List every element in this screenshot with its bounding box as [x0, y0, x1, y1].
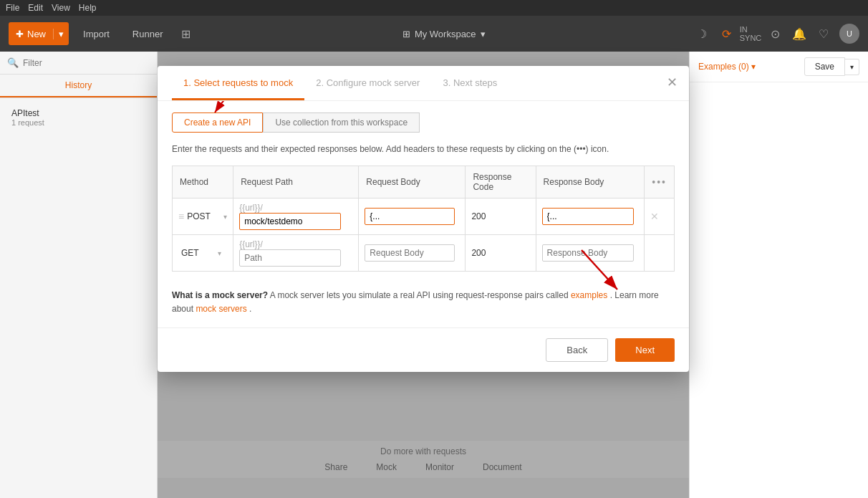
modal-close-button[interactable]: ✕ [667, 76, 677, 89]
sidebar-toggle-icon[interactable]: ⊞ [178, 25, 195, 42]
new-button[interactable]: ✚ New ▾ [9, 22, 69, 45]
info-text-3: . [249, 304, 251, 314]
request-body-input-2[interactable] [365, 244, 454, 262]
menu-bar: File Edit View Help [0, 0, 868, 16]
sidebar-search-area: 🔍 [0, 52, 157, 75]
examples-link[interactable]: examples [571, 290, 607, 300]
modal-step-1[interactable]: 1. Select requests to mock [172, 77, 304, 100]
toolbar-icons: ☽ ⟳ IN SYNC ⊙ 🔔 ♡ U [693, 24, 859, 44]
new-button-main[interactable]: ✚ New [9, 29, 54, 39]
modal-footer: Back Next [158, 327, 689, 372]
main-layout: 🔍 History APItest 1 request 1. Select re… [0, 52, 868, 498]
workspace-button[interactable]: ⊞ My Workspace ▾ [394, 22, 494, 45]
modal-overlay: 1. Select requests to mock 2. Configure … [158, 52, 689, 498]
row2-method-cell: GET POST PUT DELETE ▾ [173, 235, 233, 272]
mock-servers-link[interactable]: mock servers [196, 304, 246, 314]
sync-icon[interactable]: ⟳ [718, 25, 735, 42]
save-main-button[interactable]: Save [804, 57, 845, 76]
sidebar-item-title: APItest [11, 108, 145, 118]
method-select-2[interactable]: GET POST PUT DELETE [181, 248, 215, 258]
sidebar-content: APItest 1 request [0, 98, 157, 498]
col-response-code: Response Code [466, 166, 536, 198]
sidebar-item-subtitle: 1 request [11, 118, 145, 127]
right-panel: Examples (0) ▾ Save ▾ [689, 52, 868, 498]
next-button[interactable]: Next [615, 338, 675, 362]
create-api-tab[interactable]: Create a new API [172, 112, 263, 133]
response-body-input-1[interactable] [542, 208, 634, 225]
row1-delete-cell: ✕ [645, 198, 675, 235]
response-body-input-2[interactable] [542, 244, 634, 262]
sidebar-tabs: History [0, 75, 157, 98]
back-button[interactable]: Back [546, 338, 608, 362]
sidebar-tab-history[interactable]: History [0, 75, 157, 97]
filter-input[interactable] [23, 58, 150, 68]
url-prefix: {{url}}/ [239, 203, 263, 213]
chevron-down-icon: ▾ [481, 29, 486, 39]
more-options-header[interactable]: ••• [652, 176, 667, 188]
save-dropdown-button[interactable]: ▾ [845, 59, 859, 75]
col-request-body: Request Body [359, 166, 466, 198]
grid-icon: ⊞ [402, 29, 410, 39]
modal-step-3[interactable]: 3. Next steps [431, 77, 508, 100]
settings-icon[interactable]: 🔔 [791, 25, 808, 42]
response-code-2: 200 [471, 248, 486, 258]
drag-handle[interactable]: ≡ [178, 211, 184, 222]
menu-help[interactable]: Help [79, 3, 97, 13]
row2-body-cell [359, 235, 466, 272]
url-prefix-2: {{url}}/ [239, 239, 263, 249]
col-response-body: Response Body [536, 166, 645, 198]
table-row: GET POST PUT DELETE ▾ [173, 235, 675, 272]
path-input-1[interactable] [239, 213, 341, 230]
chevron-down-icon: ▾ [751, 62, 756, 72]
moon-icon[interactable]: ☽ [693, 25, 710, 42]
info-bold: What is a mock server? [172, 290, 268, 300]
runner-button[interactable]: Runner [124, 22, 172, 45]
menu-file[interactable]: File [6, 3, 19, 13]
response-code-1: 200 [471, 211, 486, 221]
info-text-1: A mock server lets you simulate a real A… [270, 290, 571, 300]
modal-step-2[interactable]: 2. Configure mock server [304, 77, 431, 100]
workspace-area: ⊞ My Workspace ▾ [201, 22, 688, 45]
request-body-input-1[interactable] [365, 208, 454, 225]
modal-body: Create a new API Use collection from thi… [158, 101, 689, 327]
row1-code-cell: 200 [466, 198, 536, 235]
save-button-group: Save ▾ [804, 57, 859, 76]
new-label: New [27, 29, 46, 39]
content-area: 1. Select requests to mock 2. Configure … [158, 52, 689, 498]
plus-icon: ✚ [16, 29, 24, 39]
new-button-arrow[interactable]: ▾ [54, 29, 69, 39]
chevron-down-icon: ▾ [223, 213, 227, 221]
examples-label: Examples (0) [698, 62, 749, 72]
search-icon[interactable]: ⊙ [766, 25, 783, 42]
info-text: What is a mock server? A mock server let… [172, 289, 675, 316]
import-button[interactable]: Import [74, 22, 118, 45]
tab-buttons: Create a new API Use collection from thi… [172, 112, 675, 133]
chevron-down-icon: ▾ [218, 249, 221, 257]
right-panel-header: Examples (0) ▾ Save ▾ [690, 52, 868, 82]
row2-path-cell: {{url}}/ [233, 235, 359, 272]
notification-icon[interactable]: ♡ [815, 25, 832, 42]
col-path: Request Path [233, 166, 359, 198]
toolbar: ✚ New ▾ Import Runner ⊞ ⊞ My Workspace ▾… [0, 16, 868, 52]
menu-view[interactable]: View [52, 3, 70, 13]
examples-button[interactable]: Examples (0) ▾ [698, 62, 756, 72]
row1-body-cell [359, 198, 466, 235]
row1-response-cell [536, 198, 645, 235]
sync-status: IN SYNC [742, 25, 759, 42]
delete-row-1[interactable]: ✕ [650, 211, 659, 222]
method-select-1[interactable]: POST GET PUT DELETE [187, 211, 221, 221]
list-item[interactable]: APItest 1 request [6, 104, 151, 131]
description-text: Enter the requests and their expected re… [172, 143, 675, 155]
info-section: What is a mock server? A mock server let… [172, 282, 675, 316]
table-row: ≡ POST GET PUT DELETE ▾ [173, 198, 675, 235]
row1-path-cell: {{url}}/ [233, 198, 359, 235]
sidebar: 🔍 History APItest 1 request [0, 52, 158, 498]
row2-response-cell [536, 235, 645, 272]
avatar[interactable]: U [839, 24, 859, 44]
collection-tab[interactable]: Use collection from this workspace [263, 112, 420, 133]
menu-edit[interactable]: Edit [28, 3, 43, 13]
path-input-2[interactable] [239, 249, 341, 267]
mock-table: Method Request Path Request Body Respons… [172, 166, 675, 272]
row2-delete-cell [645, 235, 675, 272]
col-more: ••• [645, 166, 675, 198]
